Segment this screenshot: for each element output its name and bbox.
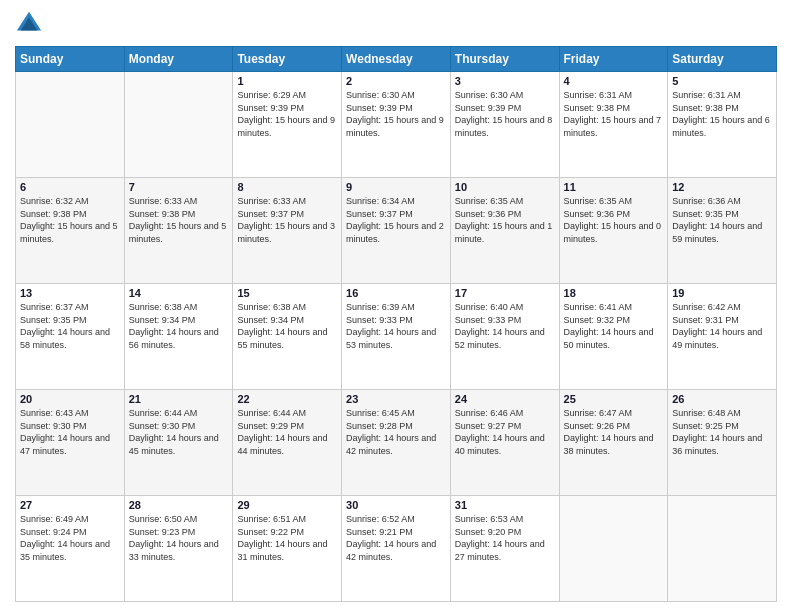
calendar-cell: 26Sunrise: 6:48 AMSunset: 9:25 PMDayligh… — [668, 390, 777, 496]
day-info: Sunrise: 6:50 AMSunset: 9:23 PMDaylight:… — [129, 513, 229, 563]
day-number: 15 — [237, 287, 337, 299]
calendar-week-row: 27Sunrise: 6:49 AMSunset: 9:24 PMDayligh… — [16, 496, 777, 602]
day-number: 19 — [672, 287, 772, 299]
day-info: Sunrise: 6:29 AMSunset: 9:39 PMDaylight:… — [237, 89, 337, 139]
day-info: Sunrise: 6:39 AMSunset: 9:33 PMDaylight:… — [346, 301, 446, 351]
calendar-cell: 6Sunrise: 6:32 AMSunset: 9:38 PMDaylight… — [16, 178, 125, 284]
day-number: 28 — [129, 499, 229, 511]
day-info: Sunrise: 6:53 AMSunset: 9:20 PMDaylight:… — [455, 513, 555, 563]
day-number: 24 — [455, 393, 555, 405]
calendar-cell: 15Sunrise: 6:38 AMSunset: 9:34 PMDayligh… — [233, 284, 342, 390]
day-number: 25 — [564, 393, 664, 405]
day-number: 5 — [672, 75, 772, 87]
day-number: 31 — [455, 499, 555, 511]
day-info: Sunrise: 6:44 AMSunset: 9:29 PMDaylight:… — [237, 407, 337, 457]
logo — [15, 10, 47, 38]
day-info: Sunrise: 6:31 AMSunset: 9:38 PMDaylight:… — [672, 89, 772, 139]
calendar-cell: 4Sunrise: 6:31 AMSunset: 9:38 PMDaylight… — [559, 72, 668, 178]
day-info: Sunrise: 6:32 AMSunset: 9:38 PMDaylight:… — [20, 195, 120, 245]
calendar-cell — [668, 496, 777, 602]
day-number: 22 — [237, 393, 337, 405]
calendar-cell: 22Sunrise: 6:44 AMSunset: 9:29 PMDayligh… — [233, 390, 342, 496]
calendar-page: SundayMondayTuesdayWednesdayThursdayFrid… — [0, 0, 792, 612]
day-info: Sunrise: 6:35 AMSunset: 9:36 PMDaylight:… — [455, 195, 555, 245]
calendar-cell: 25Sunrise: 6:47 AMSunset: 9:26 PMDayligh… — [559, 390, 668, 496]
weekday-header: Thursday — [450, 47, 559, 72]
day-info: Sunrise: 6:40 AMSunset: 9:33 PMDaylight:… — [455, 301, 555, 351]
calendar-cell: 17Sunrise: 6:40 AMSunset: 9:33 PMDayligh… — [450, 284, 559, 390]
day-info: Sunrise: 6:51 AMSunset: 9:22 PMDaylight:… — [237, 513, 337, 563]
calendar-cell: 10Sunrise: 6:35 AMSunset: 9:36 PMDayligh… — [450, 178, 559, 284]
calendar-cell: 23Sunrise: 6:45 AMSunset: 9:28 PMDayligh… — [342, 390, 451, 496]
calendar-cell — [124, 72, 233, 178]
calendar-cell: 7Sunrise: 6:33 AMSunset: 9:38 PMDaylight… — [124, 178, 233, 284]
day-number: 6 — [20, 181, 120, 193]
calendar-cell: 2Sunrise: 6:30 AMSunset: 9:39 PMDaylight… — [342, 72, 451, 178]
day-number: 13 — [20, 287, 120, 299]
weekday-header: Monday — [124, 47, 233, 72]
calendar-table: SundayMondayTuesdayWednesdayThursdayFrid… — [15, 46, 777, 602]
calendar-cell: 20Sunrise: 6:43 AMSunset: 9:30 PMDayligh… — [16, 390, 125, 496]
calendar-week-row: 13Sunrise: 6:37 AMSunset: 9:35 PMDayligh… — [16, 284, 777, 390]
day-number: 2 — [346, 75, 446, 87]
day-number: 9 — [346, 181, 446, 193]
calendar-cell: 5Sunrise: 6:31 AMSunset: 9:38 PMDaylight… — [668, 72, 777, 178]
calendar-week-row: 1Sunrise: 6:29 AMSunset: 9:39 PMDaylight… — [16, 72, 777, 178]
calendar-cell: 18Sunrise: 6:41 AMSunset: 9:32 PMDayligh… — [559, 284, 668, 390]
calendar-cell: 28Sunrise: 6:50 AMSunset: 9:23 PMDayligh… — [124, 496, 233, 602]
day-number: 20 — [20, 393, 120, 405]
day-info: Sunrise: 6:47 AMSunset: 9:26 PMDaylight:… — [564, 407, 664, 457]
day-info: Sunrise: 6:44 AMSunset: 9:30 PMDaylight:… — [129, 407, 229, 457]
day-info: Sunrise: 6:38 AMSunset: 9:34 PMDaylight:… — [237, 301, 337, 351]
day-info: Sunrise: 6:37 AMSunset: 9:35 PMDaylight:… — [20, 301, 120, 351]
day-info: Sunrise: 6:30 AMSunset: 9:39 PMDaylight:… — [455, 89, 555, 139]
day-number: 27 — [20, 499, 120, 511]
calendar-cell — [559, 496, 668, 602]
calendar-cell: 30Sunrise: 6:52 AMSunset: 9:21 PMDayligh… — [342, 496, 451, 602]
weekday-header-row: SundayMondayTuesdayWednesdayThursdayFrid… — [16, 47, 777, 72]
calendar-cell: 9Sunrise: 6:34 AMSunset: 9:37 PMDaylight… — [342, 178, 451, 284]
calendar-cell: 27Sunrise: 6:49 AMSunset: 9:24 PMDayligh… — [16, 496, 125, 602]
day-number: 29 — [237, 499, 337, 511]
day-number: 1 — [237, 75, 337, 87]
day-info: Sunrise: 6:31 AMSunset: 9:38 PMDaylight:… — [564, 89, 664, 139]
weekday-header: Sunday — [16, 47, 125, 72]
day-info: Sunrise: 6:46 AMSunset: 9:27 PMDaylight:… — [455, 407, 555, 457]
day-number: 26 — [672, 393, 772, 405]
weekday-header: Friday — [559, 47, 668, 72]
day-number: 7 — [129, 181, 229, 193]
calendar-cell — [16, 72, 125, 178]
day-info: Sunrise: 6:34 AMSunset: 9:37 PMDaylight:… — [346, 195, 446, 245]
day-info: Sunrise: 6:45 AMSunset: 9:28 PMDaylight:… — [346, 407, 446, 457]
logo-icon — [15, 10, 43, 38]
header — [15, 10, 777, 38]
day-number: 11 — [564, 181, 664, 193]
day-info: Sunrise: 6:35 AMSunset: 9:36 PMDaylight:… — [564, 195, 664, 245]
day-number: 30 — [346, 499, 446, 511]
calendar-cell: 13Sunrise: 6:37 AMSunset: 9:35 PMDayligh… — [16, 284, 125, 390]
day-number: 16 — [346, 287, 446, 299]
calendar-week-row: 20Sunrise: 6:43 AMSunset: 9:30 PMDayligh… — [16, 390, 777, 496]
day-number: 10 — [455, 181, 555, 193]
day-number: 21 — [129, 393, 229, 405]
weekday-header: Wednesday — [342, 47, 451, 72]
calendar-cell: 8Sunrise: 6:33 AMSunset: 9:37 PMDaylight… — [233, 178, 342, 284]
calendar-cell: 16Sunrise: 6:39 AMSunset: 9:33 PMDayligh… — [342, 284, 451, 390]
day-info: Sunrise: 6:30 AMSunset: 9:39 PMDaylight:… — [346, 89, 446, 139]
calendar-cell: 12Sunrise: 6:36 AMSunset: 9:35 PMDayligh… — [668, 178, 777, 284]
day-number: 3 — [455, 75, 555, 87]
day-number: 23 — [346, 393, 446, 405]
calendar-cell: 31Sunrise: 6:53 AMSunset: 9:20 PMDayligh… — [450, 496, 559, 602]
weekday-header: Saturday — [668, 47, 777, 72]
day-info: Sunrise: 6:42 AMSunset: 9:31 PMDaylight:… — [672, 301, 772, 351]
day-info: Sunrise: 6:36 AMSunset: 9:35 PMDaylight:… — [672, 195, 772, 245]
calendar-cell: 21Sunrise: 6:44 AMSunset: 9:30 PMDayligh… — [124, 390, 233, 496]
weekday-header: Tuesday — [233, 47, 342, 72]
calendar-cell: 14Sunrise: 6:38 AMSunset: 9:34 PMDayligh… — [124, 284, 233, 390]
day-number: 4 — [564, 75, 664, 87]
day-info: Sunrise: 6:52 AMSunset: 9:21 PMDaylight:… — [346, 513, 446, 563]
calendar-cell: 1Sunrise: 6:29 AMSunset: 9:39 PMDaylight… — [233, 72, 342, 178]
day-info: Sunrise: 6:33 AMSunset: 9:37 PMDaylight:… — [237, 195, 337, 245]
day-info: Sunrise: 6:49 AMSunset: 9:24 PMDaylight:… — [20, 513, 120, 563]
calendar-week-row: 6Sunrise: 6:32 AMSunset: 9:38 PMDaylight… — [16, 178, 777, 284]
